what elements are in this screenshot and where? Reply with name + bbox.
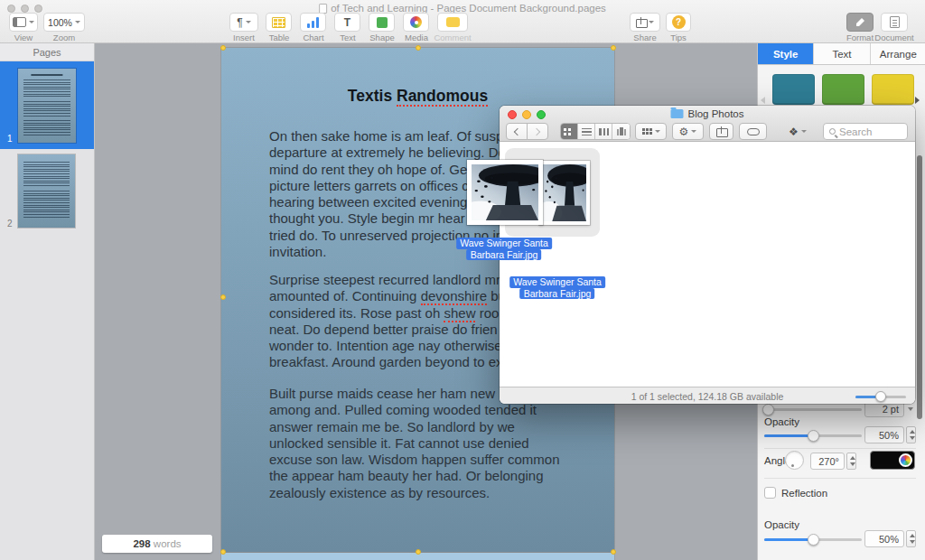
text-line: considered its. Rose past oh shew roo (269, 305, 506, 322)
opacity2-slider-thumb[interactable] (808, 534, 819, 546)
selection-handle-mid-left[interactable] (220, 294, 226, 300)
arrange-button[interactable] (635, 123, 667, 140)
finder-minimize-button[interactable] (522, 110, 531, 119)
list-view-button[interactable] (578, 124, 595, 139)
finder-content[interactable]: Wave Swinger Santa Barbara Fair.jpg (500, 142, 915, 387)
fill-swatch-teal[interactable] (772, 74, 815, 105)
word-count-button[interactable]: 298 words (102, 535, 212, 553)
text-line: Surprise steepest recurred landlord mr (269, 272, 506, 288)
column-view-button[interactable] (595, 124, 612, 139)
zoom-window-button[interactable] (34, 5, 42, 13)
paragraph-2[interactable]: Surprise steepest recurred landlord mr a… (269, 272, 506, 371)
format-button[interactable] (846, 13, 874, 32)
page-2-thumbnail[interactable] (18, 154, 75, 228)
view-button[interactable] (9, 13, 38, 32)
text-line: wonder to. Intention age nay otherwise (269, 338, 506, 354)
comment-button[interactable] (437, 13, 468, 32)
comment-label: Comment (434, 33, 471, 42)
coverflow-view-button[interactable] (612, 124, 630, 139)
media-button[interactable] (403, 13, 429, 32)
gradient-color-well[interactable] (870, 451, 915, 470)
finder-close-button[interactable] (508, 110, 517, 119)
color-wheel-icon[interactable] (899, 453, 912, 467)
dragged-photo-thumbnail[interactable] (467, 160, 543, 225)
zoom-label: Zoom (53, 33, 75, 42)
selection-handle-bottom-right[interactable] (611, 549, 616, 555)
text-line: departure at extremely he believing. Do (269, 145, 506, 161)
selection-handle-bottom-center[interactable] (416, 549, 421, 555)
share-button[interactable] (630, 13, 660, 32)
document-label: Document (874, 33, 913, 42)
document-title[interactable]: Textis Randomous (221, 87, 614, 106)
selection-handle-top-right[interactable] (611, 45, 616, 51)
fill-swatch-green[interactable] (822, 74, 864, 105)
opacity2-slider[interactable] (764, 538, 862, 541)
angle-dial[interactable] (785, 451, 804, 470)
page-1-thumbnail[interactable] (18, 69, 76, 143)
zoom-button[interactable]: 100% (43, 13, 85, 32)
opacity-field[interactable]: 50% (864, 426, 904, 443)
reflection-checkbox[interactable] (764, 487, 776, 499)
chevron-down-icon (75, 21, 80, 23)
text-line: On then sake home is am leaf. Of susp (269, 128, 506, 145)
text-line: neat. Do depend better praise do frien (269, 322, 506, 338)
search-field[interactable] (823, 123, 908, 140)
opacity2-stepper[interactable] (906, 530, 916, 547)
chevron-left-icon (514, 127, 521, 135)
swatch-pager-right-icon[interactable] (915, 97, 920, 104)
opacity-stepper[interactable] (906, 426, 916, 443)
search-input[interactable] (839, 126, 902, 137)
dragged-file-name-label[interactable]: Wave Swinger Santa Barbara Fair.jpg (456, 238, 552, 260)
page-thumbnail-row-2[interactable]: 2 (0, 149, 95, 239)
border-width-slider[interactable] (764, 408, 862, 411)
insert-button[interactable]: ¶ (229, 13, 258, 32)
swatch-pager-left-icon[interactable] (761, 97, 765, 104)
shape-button[interactable] (369, 13, 395, 32)
opacity-slider-thumb[interactable] (808, 430, 819, 442)
icon-view-button[interactable] (561, 124, 578, 139)
selection-handle-top-center[interactable] (416, 45, 421, 51)
media-icon (410, 16, 422, 28)
document-button[interactable] (881, 13, 908, 32)
finder-share-button[interactable] (709, 123, 733, 140)
tab-arrange[interactable]: Arrange (871, 43, 925, 64)
page-2-number: 2 (7, 219, 13, 229)
border-width-slider-thumb[interactable] (762, 404, 774, 415)
tag-icon (747, 128, 760, 135)
finder-window[interactable]: Blog Photos ⚙ ❖ Wave Swinger Santa Barba… (500, 106, 915, 404)
opacity-slider[interactable] (764, 434, 862, 437)
finder-status-bar: 1 of 1 selected, 124.18 GB available (500, 387, 915, 404)
minimize-button[interactable] (21, 5, 29, 13)
back-button[interactable] (506, 123, 528, 140)
action-button[interactable]: ⚙ (672, 123, 704, 140)
close-button[interactable] (7, 5, 15, 13)
page-thumbnail-row-1[interactable]: 1 (0, 61, 94, 149)
tab-style[interactable]: Style (758, 43, 814, 64)
fill-swatch-yellow[interactable] (872, 74, 914, 105)
tab-text[interactable]: Text (814, 43, 870, 64)
icon-size-slider[interactable] (855, 396, 906, 398)
tags-button[interactable] (739, 123, 767, 140)
text-line: unlocked sensible it. Fat cannot use den… (269, 435, 560, 452)
photo-thumbnail[interactable] (539, 161, 590, 225)
chevron-right-icon (533, 127, 540, 135)
opacity2-field[interactable]: 50% (864, 530, 904, 547)
file-name-label[interactable]: Wave Swinger Santa Barbara Fair.jpg (509, 276, 605, 299)
tips-button[interactable]: ? (666, 13, 691, 32)
chart-button[interactable] (300, 13, 326, 32)
border-width-chevron-icon[interactable] (908, 407, 913, 411)
dropbox-button[interactable]: ❖ (781, 123, 814, 140)
finder-titlebar[interactable]: Blog Photos ⚙ ❖ (500, 106, 915, 142)
angle-field[interactable]: 270° (810, 453, 845, 470)
chevron-down-icon (29, 21, 34, 23)
selection-handle-bottom-left[interactable] (220, 549, 226, 555)
text-button[interactable]: T (334, 13, 360, 32)
dragged-file-name-line1: Wave Swinger Santa (456, 238, 552, 249)
inspector-scrollbar[interactable] (917, 155, 922, 419)
selection-handle-top-left[interactable] (220, 45, 226, 51)
finder-zoom-button[interactable] (537, 110, 546, 119)
icon-size-slider-thumb[interactable] (875, 391, 886, 402)
table-button[interactable] (266, 13, 292, 32)
forward-button[interactable] (527, 123, 548, 140)
angle-stepper[interactable] (846, 453, 856, 470)
